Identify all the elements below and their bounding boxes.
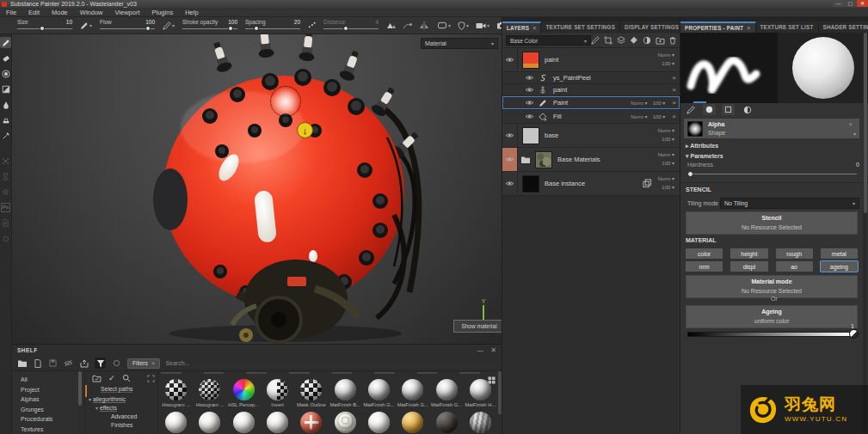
shield-dropdown-icon[interactable]: ▾ bbox=[458, 21, 469, 30]
shelf-item-matfinish-h-[interactable]: MatFinish H... bbox=[464, 379, 497, 407]
parameters-section[interactable]: ▾ Parameters bbox=[686, 153, 723, 160]
hardness-slider[interactable] bbox=[687, 170, 857, 177]
menu-item-viewport[interactable]: Viewport bbox=[108, 9, 145, 16]
field-slider[interactable] bbox=[100, 26, 155, 33]
opacity-value[interactable]: 100 ▾ bbox=[658, 136, 674, 144]
shape-dropdown-icon[interactable]: ▾ bbox=[437, 21, 451, 29]
blend-mode[interactable]: Norm ▾ bbox=[658, 127, 674, 136]
menu-item-help[interactable]: Help bbox=[179, 9, 204, 16]
layer-row-paint[interactable]: PaintNorm ▾100 ▾× bbox=[502, 96, 680, 110]
opacity-value[interactable]: 100 ▾ bbox=[658, 184, 674, 193]
attributes-section[interactable]: ▸ Attributes bbox=[686, 143, 718, 150]
smudge-tool[interactable] bbox=[0, 99, 11, 110]
shelf-item[interactable] bbox=[159, 412, 193, 433]
slider-knob[interactable] bbox=[343, 26, 348, 31]
menu-item-file[interactable]: File bbox=[0, 9, 22, 16]
field-slider[interactable] bbox=[182, 26, 237, 33]
close-icon[interactable]: × bbox=[845, 120, 856, 128]
layer-stack-icon[interactable] bbox=[617, 36, 625, 45]
mountain-icon[interactable] bbox=[386, 21, 397, 29]
blend-mode[interactable]: Norm ▾ bbox=[658, 52, 674, 60]
slider-knob[interactable] bbox=[228, 26, 233, 31]
menu-item-plugins[interactable]: Plugins bbox=[146, 9, 180, 16]
close-icon[interactable]: × bbox=[668, 74, 680, 82]
layer-row-base-instance[interactable]: Base instanceNorm ▾100 ▾ bbox=[502, 172, 680, 196]
minimize-button[interactable]: — bbox=[833, 0, 844, 7]
shelf-item[interactable] bbox=[396, 412, 429, 433]
eye-icon[interactable] bbox=[505, 180, 514, 186]
soft-circle-icon[interactable] bbox=[703, 104, 716, 115]
shelf-item-matfinish-g-[interactable]: MatFinish G... bbox=[429, 379, 463, 407]
pencil-preset-icon[interactable]: ▾ bbox=[163, 21, 175, 30]
categories-scrollbar[interactable] bbox=[78, 371, 82, 406]
eye-icon[interactable] bbox=[505, 57, 514, 63]
material-thumbnail[interactable] bbox=[300, 379, 322, 400]
viewport-material-dropdown[interactable]: Material ▾ bbox=[421, 38, 498, 49]
gear-tool[interactable] bbox=[0, 186, 11, 198]
brush-preset-icon[interactable]: ▾ bbox=[80, 21, 92, 30]
shelf-close-icon[interactable]: ✕ bbox=[490, 346, 496, 354]
photoshop-tool[interactable]: Ps bbox=[0, 202, 11, 213]
ageing-slider-knob[interactable] bbox=[849, 329, 859, 339]
menu-item-edit[interactable]: Edit bbox=[22, 9, 46, 16]
material-picker-tool[interactable] bbox=[0, 130, 11, 141]
circle-tool[interactable] bbox=[0, 233, 11, 244]
close-icon[interactable]: × bbox=[532, 25, 536, 31]
tab-layers[interactable]: LAYERS× bbox=[502, 21, 541, 33]
filters-chip[interactable]: Filters × bbox=[127, 358, 160, 369]
material-thumbnail[interactable] bbox=[436, 379, 458, 400]
layer-row-base[interactable]: baseNorm ▾100 ▾ bbox=[502, 124, 680, 148]
channel-button-ageing[interactable]: ageing bbox=[821, 261, 858, 272]
sphere-icon[interactable] bbox=[741, 104, 754, 115]
shelf-category-alphas[interactable]: Alphas bbox=[21, 394, 77, 405]
slider-knob[interactable] bbox=[145, 26, 151, 31]
search-input[interactable] bbox=[165, 360, 268, 366]
paint-brush-tool[interactable] bbox=[0, 37, 11, 48]
eye-icon[interactable] bbox=[525, 87, 534, 93]
ageing-gradient-slider[interactable] bbox=[687, 332, 853, 337]
eye-icon[interactable] bbox=[505, 132, 514, 138]
magnifier-icon[interactable] bbox=[122, 374, 131, 382]
shelf-item-histogram-[interactable]: Histogram ... bbox=[159, 379, 193, 407]
save-icon[interactable] bbox=[47, 358, 58, 369]
buildup-dots-icon[interactable] bbox=[308, 21, 316, 29]
shelf-category-textures[interactable]: Textures bbox=[21, 425, 77, 434]
layer-row-paint[interactable]: paint× bbox=[502, 84, 680, 96]
tiling-mode-dropdown[interactable]: No Tiling ▾ bbox=[720, 198, 859, 209]
material-thumbnail[interactable] bbox=[199, 412, 220, 433]
slider-knob[interactable] bbox=[254, 26, 259, 31]
close-icon[interactable]: × bbox=[668, 86, 680, 94]
viewport-3d[interactable]: Material ▾ ↓ Y Show material bbox=[12, 34, 502, 344]
field-slider[interactable] bbox=[323, 26, 379, 33]
folder-icon[interactable] bbox=[16, 358, 28, 369]
blend-mode[interactable]: Norm ▾ bbox=[658, 151, 674, 160]
hourglass-tool[interactable] bbox=[0, 171, 11, 182]
shelf-item[interactable] bbox=[328, 412, 361, 433]
opacity-value[interactable]: 100 ▾ bbox=[658, 60, 674, 69]
shelf-category-project[interactable]: Project bbox=[21, 385, 77, 395]
field-slider[interactable] bbox=[17, 26, 72, 33]
tree-node-effects[interactable]: ▾ effects bbox=[89, 404, 156, 413]
shelf-category-grunges[interactable]: Grunges bbox=[21, 405, 77, 415]
shelf-item[interactable] bbox=[429, 412, 463, 433]
blend-mode[interactable]: Norm ▾ bbox=[631, 100, 647, 106]
material-thumbnail[interactable] bbox=[267, 412, 288, 433]
shelf-item-histogram-[interactable]: Histogram ... bbox=[193, 379, 226, 407]
close-icon[interactable]: × bbox=[668, 113, 680, 120]
channel-button-nrm[interactable]: nrm bbox=[686, 261, 723, 272]
eye-icon[interactable] bbox=[525, 100, 534, 106]
alpha-selector[interactable]: Alpha Shape × ▾ bbox=[684, 119, 859, 138]
polygon-fill-tool[interactable] bbox=[0, 83, 11, 95]
tree-node-finishes[interactable]: Finishes bbox=[89, 421, 156, 430]
channel-button-metal[interactable]: metal bbox=[821, 248, 858, 259]
document-tool[interactable] bbox=[0, 217, 11, 229]
material-thumbnail[interactable] bbox=[470, 379, 491, 400]
channel-button-rough[interactable]: rough bbox=[776, 248, 813, 259]
shelf-item-matfinish-g-[interactable]: MatFinish G... bbox=[362, 379, 396, 407]
projection-tool[interactable] bbox=[0, 68, 11, 79]
close-button[interactable]: ✕ bbox=[857, 0, 868, 7]
close-icon[interactable]: × bbox=[151, 359, 156, 367]
filter-funnel-icon[interactable] bbox=[95, 358, 106, 369]
opacity-value[interactable]: 100 ▾ bbox=[658, 160, 674, 168]
symmetry-icon[interactable] bbox=[419, 21, 429, 30]
